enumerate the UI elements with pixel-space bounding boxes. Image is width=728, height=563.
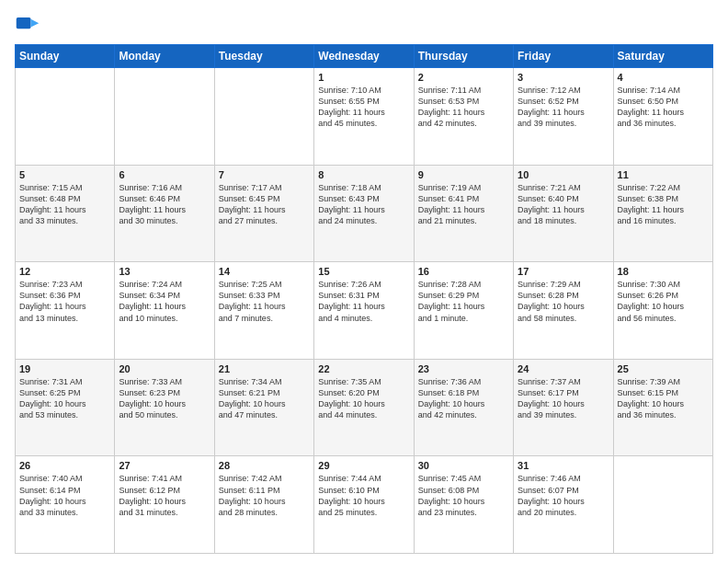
calendar-week-row: 26Sunrise: 7:40 AM Sunset: 6:14 PM Dayli… <box>16 456 713 554</box>
day-info: Sunrise: 7:33 AM Sunset: 6:23 PM Dayligh… <box>119 376 210 421</box>
day-number: 25 <box>618 363 709 374</box>
day-info: Sunrise: 7:24 AM Sunset: 6:34 PM Dayligh… <box>119 279 210 324</box>
day-number: 13 <box>119 266 210 277</box>
day-info: Sunrise: 7:42 AM Sunset: 6:11 PM Dayligh… <box>219 473 310 518</box>
day-info: Sunrise: 7:31 AM Sunset: 6:25 PM Dayligh… <box>19 376 110 421</box>
day-info: Sunrise: 7:37 AM Sunset: 6:17 PM Dayligh… <box>518 376 609 421</box>
calendar-header-row: SundayMondayTuesdayWednesdayThursdayFrid… <box>16 45 713 68</box>
day-number: 12 <box>19 266 110 277</box>
calendar-cell: 23Sunrise: 7:36 AM Sunset: 6:18 PM Dayli… <box>414 359 513 456</box>
day-info: Sunrise: 7:46 AM Sunset: 6:07 PM Dayligh… <box>518 473 609 518</box>
day-info: Sunrise: 7:28 AM Sunset: 6:29 PM Dayligh… <box>418 279 509 324</box>
day-info: Sunrise: 7:18 AM Sunset: 6:43 PM Dayligh… <box>318 182 409 227</box>
calendar-cell: 7Sunrise: 7:17 AM Sunset: 6:45 PM Daylig… <box>214 165 313 262</box>
day-info: Sunrise: 7:14 AM Sunset: 6:50 PM Dayligh… <box>618 85 709 130</box>
calendar-day-header: Thursday <box>414 45 513 68</box>
calendar-cell <box>16 68 115 166</box>
calendar-cell: 4Sunrise: 7:14 AM Sunset: 6:50 PM Daylig… <box>613 68 712 166</box>
day-info: Sunrise: 7:26 AM Sunset: 6:31 PM Dayligh… <box>318 279 409 324</box>
day-number: 27 <box>119 460 210 471</box>
page: SundayMondayTuesdayWednesdayThursdayFrid… <box>0 0 728 563</box>
calendar-cell: 8Sunrise: 7:18 AM Sunset: 6:43 PM Daylig… <box>314 165 414 262</box>
day-number: 18 <box>618 266 709 277</box>
day-info: Sunrise: 7:39 AM Sunset: 6:15 PM Dayligh… <box>618 376 709 421</box>
day-number: 14 <box>219 266 310 277</box>
day-number: 26 <box>19 460 110 471</box>
day-number: 19 <box>19 363 110 374</box>
calendar-cell: 21Sunrise: 7:34 AM Sunset: 6:21 PM Dayli… <box>214 359 313 456</box>
day-number: 7 <box>219 169 310 180</box>
calendar-cell: 31Sunrise: 7:46 AM Sunset: 6:07 PM Dayli… <box>514 456 613 554</box>
calendar-cell: 15Sunrise: 7:26 AM Sunset: 6:31 PM Dayli… <box>314 262 414 360</box>
calendar-week-row: 12Sunrise: 7:23 AM Sunset: 6:36 PM Dayli… <box>16 262 713 360</box>
calendar-cell <box>115 68 214 166</box>
calendar-cell: 10Sunrise: 7:21 AM Sunset: 6:40 PM Dayli… <box>514 165 613 262</box>
day-number: 22 <box>318 363 409 374</box>
day-number: 24 <box>518 363 609 374</box>
calendar-day-header: Friday <box>514 45 613 68</box>
day-info: Sunrise: 7:45 AM Sunset: 6:08 PM Dayligh… <box>418 473 509 518</box>
calendar-week-row: 1Sunrise: 7:10 AM Sunset: 6:55 PM Daylig… <box>16 68 713 166</box>
day-number: 2 <box>418 72 509 83</box>
calendar-day-header: Wednesday <box>314 45 414 68</box>
calendar-day-header: Monday <box>115 45 214 68</box>
day-number: 29 <box>318 460 409 471</box>
day-info: Sunrise: 7:35 AM Sunset: 6:20 PM Dayligh… <box>318 376 409 421</box>
logo <box>15 11 44 37</box>
day-number: 6 <box>119 169 210 180</box>
calendar-cell: 17Sunrise: 7:29 AM Sunset: 6:28 PM Dayli… <box>514 262 613 360</box>
calendar-cell: 19Sunrise: 7:31 AM Sunset: 6:25 PM Dayli… <box>16 359 115 456</box>
day-info: Sunrise: 7:12 AM Sunset: 6:52 PM Dayligh… <box>518 85 609 130</box>
logo-icon <box>15 11 40 37</box>
day-info: Sunrise: 7:16 AM Sunset: 6:46 PM Dayligh… <box>119 182 210 227</box>
day-number: 15 <box>318 266 409 277</box>
day-number: 30 <box>418 460 509 471</box>
calendar-cell: 27Sunrise: 7:41 AM Sunset: 6:12 PM Dayli… <box>115 456 214 554</box>
calendar-cell: 3Sunrise: 7:12 AM Sunset: 6:52 PM Daylig… <box>514 68 613 166</box>
calendar-cell: 5Sunrise: 7:15 AM Sunset: 6:48 PM Daylig… <box>16 165 115 262</box>
calendar-cell: 6Sunrise: 7:16 AM Sunset: 6:46 PM Daylig… <box>115 165 214 262</box>
calendar-cell: 2Sunrise: 7:11 AM Sunset: 6:53 PM Daylig… <box>414 68 513 166</box>
calendar-cell: 16Sunrise: 7:28 AM Sunset: 6:29 PM Dayli… <box>414 262 513 360</box>
calendar-cell: 30Sunrise: 7:45 AM Sunset: 6:08 PM Dayli… <box>414 456 513 554</box>
calendar-cell: 22Sunrise: 7:35 AM Sunset: 6:20 PM Dayli… <box>314 359 414 456</box>
day-info: Sunrise: 7:21 AM Sunset: 6:40 PM Dayligh… <box>518 182 609 227</box>
svg-rect-0 <box>17 17 31 29</box>
day-number: 1 <box>318 72 409 83</box>
calendar-day-header: Saturday <box>613 45 712 68</box>
calendar-cell: 1Sunrise: 7:10 AM Sunset: 6:55 PM Daylig… <box>314 68 414 166</box>
calendar-cell <box>214 68 313 166</box>
calendar-table: SundayMondayTuesdayWednesdayThursdayFrid… <box>15 44 713 554</box>
calendar-cell: 29Sunrise: 7:44 AM Sunset: 6:10 PM Dayli… <box>314 456 414 554</box>
day-number: 9 <box>418 169 509 180</box>
calendar-cell: 26Sunrise: 7:40 AM Sunset: 6:14 PM Dayli… <box>16 456 115 554</box>
day-info: Sunrise: 7:40 AM Sunset: 6:14 PM Dayligh… <box>19 473 110 518</box>
calendar-cell: 14Sunrise: 7:25 AM Sunset: 6:33 PM Dayli… <box>214 262 313 360</box>
day-number: 4 <box>618 72 709 83</box>
day-number: 23 <box>418 363 509 374</box>
day-info: Sunrise: 7:22 AM Sunset: 6:38 PM Dayligh… <box>618 182 709 227</box>
calendar-cell: 12Sunrise: 7:23 AM Sunset: 6:36 PM Dayli… <box>16 262 115 360</box>
calendar-cell: 25Sunrise: 7:39 AM Sunset: 6:15 PM Dayli… <box>613 359 712 456</box>
calendar-day-header: Tuesday <box>214 45 313 68</box>
day-info: Sunrise: 7:19 AM Sunset: 6:41 PM Dayligh… <box>418 182 509 227</box>
calendar-day-header: Sunday <box>16 45 115 68</box>
day-number: 5 <box>19 169 110 180</box>
header <box>15 11 713 37</box>
day-info: Sunrise: 7:29 AM Sunset: 6:28 PM Dayligh… <box>518 279 609 324</box>
svg-marker-1 <box>31 19 40 28</box>
calendar-cell: 28Sunrise: 7:42 AM Sunset: 6:11 PM Dayli… <box>214 456 313 554</box>
day-number: 8 <box>318 169 409 180</box>
day-number: 28 <box>219 460 310 471</box>
calendar-cell: 20Sunrise: 7:33 AM Sunset: 6:23 PM Dayli… <box>115 359 214 456</box>
day-info: Sunrise: 7:23 AM Sunset: 6:36 PM Dayligh… <box>19 279 110 324</box>
calendar-cell: 13Sunrise: 7:24 AM Sunset: 6:34 PM Dayli… <box>115 262 214 360</box>
calendar-cell: 11Sunrise: 7:22 AM Sunset: 6:38 PM Dayli… <box>613 165 712 262</box>
day-info: Sunrise: 7:11 AM Sunset: 6:53 PM Dayligh… <box>418 85 509 130</box>
day-number: 10 <box>518 169 609 180</box>
day-number: 16 <box>418 266 509 277</box>
day-number: 3 <box>518 72 609 83</box>
day-info: Sunrise: 7:36 AM Sunset: 6:18 PM Dayligh… <box>418 376 509 421</box>
day-info: Sunrise: 7:17 AM Sunset: 6:45 PM Dayligh… <box>219 182 310 227</box>
day-info: Sunrise: 7:41 AM Sunset: 6:12 PM Dayligh… <box>119 473 210 518</box>
